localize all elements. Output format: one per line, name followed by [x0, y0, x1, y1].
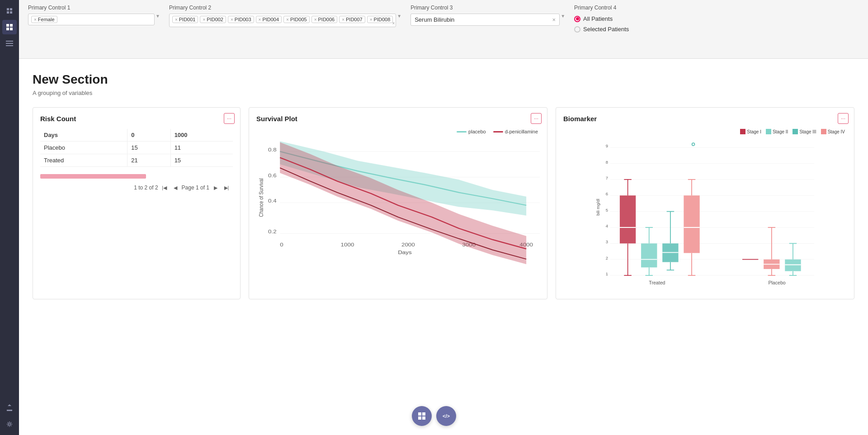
sidebar-icon-grid[interactable]	[2, 20, 17, 34]
main-content: Primary Control 1 × Female ▼ Primary Con…	[19, 0, 868, 435]
risk-count-menu[interactable]: ···	[224, 113, 235, 124]
table-row: Placebo 15 11	[40, 142, 233, 154]
primary-control-3-arrow[interactable]: ▼	[561, 14, 565, 19]
sidebar-icon-settings[interactable]	[2, 417, 17, 431]
pagination: 1 to 2 of 2 |◀ ◀ Page 1 of 1 ▶ ▶|	[40, 179, 233, 193]
svg-text:0.8: 0.8	[268, 147, 277, 153]
svg-point-72	[692, 143, 695, 146]
tag-female[interactable]: × Female	[31, 16, 57, 23]
primary-control-3-select[interactable]: Serum Bilirubin ×	[410, 14, 560, 26]
biomarker-menu[interactable]: ···	[838, 113, 849, 124]
svg-rect-50	[620, 195, 636, 243]
tag-pid006[interactable]: ×PID006	[311, 16, 338, 23]
tag-pid005[interactable]: ×PID005	[283, 16, 310, 23]
bio-legend-stage4: Stage IV	[821, 129, 845, 134]
progress-bar	[40, 174, 146, 179]
primary-control-2-input[interactable]: ×PID001 ×PID002 ×PID003 ×PID004 ×PID005 …	[169, 14, 396, 27]
code-toggle-button[interactable]: </>	[436, 406, 456, 426]
svg-rect-89	[422, 412, 425, 416]
primary-control-1-arrow[interactable]: ▼	[156, 14, 160, 19]
svg-text:Chance of Survival: Chance of Survival	[258, 178, 265, 217]
risk-col-0: 0	[127, 129, 170, 142]
svg-rect-1	[10, 8, 12, 10]
sidebar-icon-menu[interactable]	[2, 36, 17, 51]
page-last-button[interactable]: ▶|	[222, 183, 231, 192]
radio-all-patients-dot	[574, 16, 580, 22]
svg-text:2: 2	[606, 255, 608, 260]
bio-legend-stage4-label: Stage IV	[828, 129, 845, 134]
risk-count-title: Risk Count	[40, 115, 233, 123]
survival-menu[interactable]: ···	[531, 113, 542, 124]
svg-rect-10	[6, 45, 13, 46]
progress-bar-wrap	[40, 174, 233, 179]
svg-rect-90	[418, 416, 421, 420]
legend-dpen-label: d-penicillamine	[505, 129, 538, 134]
sidebar	[0, 0, 19, 435]
card-survival-plot: Survival Plot ··· placebo d-penicillamin…	[249, 107, 547, 299]
primary-control-3-value: Serum Bilirubin	[415, 16, 454, 23]
sidebar-icon-share[interactable]	[2, 401, 17, 415]
tag-pid004[interactable]: ×PID004	[256, 16, 282, 23]
primary-control-3-clear[interactable]: ×	[552, 16, 556, 23]
bio-legend-stage3-label: Stage III	[799, 129, 816, 134]
radio-selected-patients[interactable]: Selected Patients	[574, 26, 629, 33]
svg-text:2000: 2000	[401, 242, 415, 247]
clear-all-button[interactable]: ×	[392, 21, 395, 26]
svg-point-11	[9, 423, 11, 426]
tag-pid003[interactable]: ×PID003	[228, 16, 254, 23]
primary-control-1-group: Primary Control 1 × Female ▼	[28, 5, 160, 25]
risk-col-days: Days	[40, 129, 127, 142]
svg-text:4: 4	[606, 223, 608, 228]
primary-control-4-label: Primary Control 4	[574, 5, 629, 11]
svg-text:0: 0	[280, 242, 283, 247]
bio-legend-stage1: Stage I	[740, 129, 761, 134]
risk-col-1000: 1000	[170, 129, 233, 142]
svg-rect-3	[10, 11, 12, 14]
table-row: Treated 21 15	[40, 154, 233, 167]
page-next-button[interactable]: ▶	[211, 183, 220, 192]
page-first-button[interactable]: |◀	[160, 183, 169, 192]
svg-rect-56	[641, 243, 657, 267]
svg-rect-9	[6, 43, 13, 44]
primary-control-1-input[interactable]: × Female	[28, 14, 155, 25]
svg-text:6: 6	[606, 191, 608, 196]
primary-control-3-label: Primary Control 3	[410, 5, 565, 11]
legend-placebo: placebo	[457, 129, 486, 134]
bio-legend-stage3: Stage III	[793, 129, 816, 134]
bio-legend-stage4-box	[821, 129, 826, 134]
tag-pid008[interactable]: ×PID008	[367, 16, 393, 23]
tag-pid001[interactable]: ×PID001	[172, 16, 198, 23]
biomarker-title: Biomarker	[563, 115, 847, 123]
bottom-toolbar: </>	[412, 406, 456, 426]
tag-pid007[interactable]: ×PID007	[339, 16, 365, 23]
primary-control-2-arrow[interactable]: ▼	[397, 14, 401, 19]
legend-dpen: d-penicillamine	[493, 129, 538, 134]
radio-all-patients[interactable]: All Patients	[574, 15, 629, 22]
bio-legend-stage2: Stage II	[766, 129, 788, 134]
page-prev-button[interactable]: ◀	[171, 183, 180, 192]
sidebar-icon-home[interactable]	[2, 4, 17, 18]
survival-plot-title: Survival Plot	[256, 115, 540, 123]
tag-female-remove[interactable]: ×	[34, 17, 37, 22]
svg-text:1000: 1000	[341, 242, 354, 247]
layout-toggle-button[interactable]	[412, 406, 432, 426]
svg-text:Treated: Treated	[649, 280, 665, 285]
primary-control-2-group: Primary Control 2 ×PID001 ×PID002 ×PID00…	[169, 5, 401, 27]
bio-legend-stage1-box	[740, 129, 745, 134]
biomarker-svg: 9 8 7 6 5 4 3 2 1	[563, 138, 847, 287]
svg-text:3: 3	[606, 239, 608, 244]
tag-pid002[interactable]: ×PID002	[200, 16, 226, 23]
radio-group-patients: All Patients Selected Patients	[574, 14, 629, 33]
card-biomarker: Biomarker ··· Stage I Stage II	[556, 107, 854, 299]
risk-count-table: Days 0 1000 Placebo 15 11 Treated	[40, 129, 233, 167]
controls-bar: Primary Control 1 × Female ▼ Primary Con…	[19, 0, 868, 59]
bio-legend-stage3-box	[793, 129, 798, 134]
cards-row: Risk Count ··· Days 0 1000 Placebo 15	[33, 107, 854, 299]
svg-text:Days: Days	[398, 250, 412, 255]
svg-rect-68	[684, 195, 699, 253]
radio-selected-patients-label: Selected Patients	[583, 26, 629, 33]
radio-all-patients-label: All Patients	[583, 15, 613, 22]
survival-plot-svg: 0.8 0.6 0.4 0.2 0 1000 2000 3000	[256, 136, 540, 290]
svg-rect-7	[10, 28, 13, 30]
code-icon: </>	[443, 413, 450, 419]
